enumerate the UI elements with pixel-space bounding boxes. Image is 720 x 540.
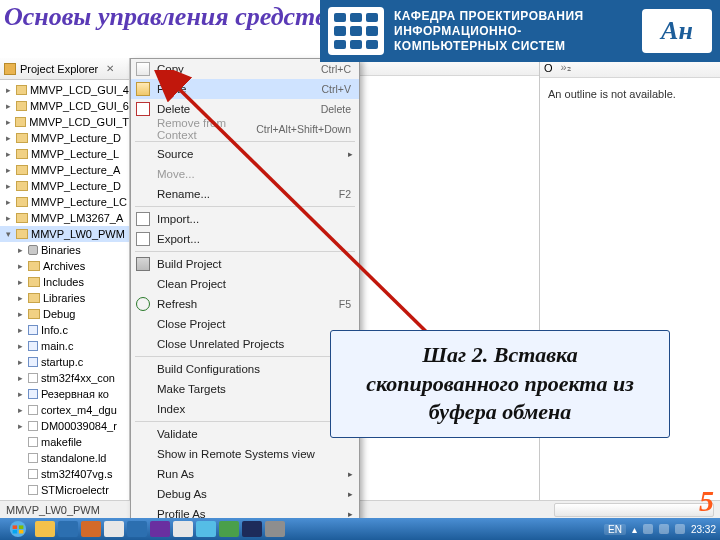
menu-item-label: Copy [157,63,184,75]
menu-item[interactable]: DeleteDelete [131,99,359,119]
twisty-icon[interactable]: ▾ [4,229,13,239]
tree-item[interactable]: ▸MMVP_LCD_GUI_6 [0,98,129,114]
twisty-icon[interactable]: ▸ [16,309,25,319]
twisty-icon[interactable]: ▸ [16,389,25,399]
menu-item[interactable]: Index [131,399,359,419]
twisty-icon[interactable]: ▸ [16,421,25,431]
tree-item[interactable]: ▸cortex_m4_dgu [0,402,129,418]
taskbar-app-icon[interactable] [127,521,147,537]
twisty-icon[interactable]: ▸ [4,149,13,159]
menu-item[interactable]: Make Targets [131,379,359,399]
tree-item[interactable]: ▸Debug [0,306,129,322]
tree-item[interactable]: ▸main.c [0,338,129,354]
tree-item[interactable]: ▾MMVP_LW0_PWM [0,226,129,242]
tree-item[interactable]: ▸MMVP_LM3267_A [0,210,129,226]
twisty-icon[interactable]: ▸ [4,197,13,207]
twisty-icon[interactable]: ▸ [16,357,25,367]
menu-item[interactable]: Close Unrelated Projects [131,334,359,354]
taskbar-app-icon[interactable] [81,521,101,537]
twisty-icon[interactable]: ▸ [16,373,25,383]
clock[interactable]: 23:32 [691,524,716,535]
tray-chevron-icon[interactable]: ▴ [632,524,637,535]
twisty-icon[interactable]: ▸ [4,165,13,175]
menu-item[interactable]: Rename...F2 [131,184,359,204]
menu-item[interactable]: RefreshF5 [131,294,359,314]
context-menu[interactable]: CopyCtrl+CPasteCtrl+VDeleteDeleteRemove … [130,58,360,540]
menu-item[interactable]: Debug As [131,484,359,504]
tree-item[interactable]: STMicroelectr [0,482,129,498]
menu-item-label: Import... [157,213,199,225]
tree-item[interactable]: ▸MMVP_Lecture_LC [0,194,129,210]
start-button[interactable] [4,518,32,540]
tree-item[interactable]: ▸Libraries [0,290,129,306]
menu-item[interactable]: Build Project [131,254,359,274]
tree-item[interactable]: ▸MMVP_Lecture_L [0,146,129,162]
system-tray[interactable]: EN ▴ 23:32 [604,524,716,535]
tree-item[interactable]: makefile [0,434,129,450]
twisty-icon[interactable]: ▸ [4,133,13,143]
twisty-icon[interactable]: ▸ [16,261,25,271]
tree-item[interactable]: ▸MMVP_LCD_GUI_4 [0,82,129,98]
menu-item[interactable]: CopyCtrl+C [131,59,359,79]
tree-item[interactable]: ▸MMVP_Lecture_A [0,162,129,178]
menu-item[interactable]: Import... [131,209,359,229]
tree-item[interactable]: ▸Includes [0,274,129,290]
tray-icon[interactable] [659,524,669,534]
tree-item[interactable]: stm32f407vg.s [0,466,129,482]
twisty-icon[interactable]: ▸ [16,325,25,335]
twisty-icon[interactable]: ▸ [16,293,25,303]
menu-item[interactable]: Show in Remote Systems view [131,444,359,464]
menu-item[interactable]: Export... [131,229,359,249]
menu-item[interactable]: Source [131,144,359,164]
tree-item[interactable]: ▸Резервная ко [0,386,129,402]
twisty-icon[interactable]: ▸ [4,101,13,111]
tree-item[interactable]: standalone.ld [0,450,129,466]
menu-item[interactable]: Build Configurations [131,359,359,379]
menu-item[interactable]: Run As [131,464,359,484]
twisty-icon[interactable]: ▸ [16,405,25,415]
tree-item[interactable]: ▸startup.c [0,354,129,370]
tree-item[interactable]: ▸DM00039084_r [0,418,129,434]
tray-icon[interactable] [643,524,653,534]
taskbar-app-icon[interactable] [58,521,78,537]
taskbar-app-icon[interactable] [265,521,285,537]
project-explorer-tab[interactable]: Project Explorer ✕ [0,58,129,80]
taskbar-app-icon[interactable] [242,521,262,537]
twisty-icon[interactable]: ▸ [16,341,25,351]
tree-item[interactable]: ▸Info.c [0,322,129,338]
tray-icon[interactable] [675,524,685,534]
twisty-icon[interactable]: ▸ [4,85,13,95]
outline-overflow[interactable]: »₂ [561,61,571,74]
twisty-icon[interactable]: ▸ [4,181,13,191]
twisty-icon[interactable]: ▸ [16,277,25,287]
twisty-icon[interactable]: ▸ [4,117,12,127]
folder-icon [28,277,40,287]
twisty-icon[interactable]: ▸ [16,245,25,255]
tree-item-label: MMVP_LCD_GUI_T [29,116,129,128]
language-indicator[interactable]: EN [604,524,626,535]
taskbar-app-icon[interactable] [219,521,239,537]
tree-item[interactable]: ▸MMVP_Lecture_D [0,130,129,146]
taskbar-app-icon[interactable] [196,521,216,537]
taskbar-app-icon[interactable] [35,521,55,537]
tree-item[interactable]: ▸Binaries [0,242,129,258]
menu-item[interactable]: Validate [131,424,359,444]
windows-taskbar[interactable]: EN ▴ 23:32 [0,518,720,540]
project-tree[interactable]: ▸MMVP_LCD_GUI_4▸MMVP_LCD_GUI_6▸MMVP_LCD_… [0,80,129,518]
twisty-icon[interactable]: ▸ [4,213,13,223]
taskbar-app-icon[interactable] [173,521,193,537]
taskbar-app-icon[interactable] [104,521,124,537]
menu-item[interactable]: PasteCtrl+V [131,79,359,99]
tree-item[interactable]: ▸Archives [0,258,129,274]
tree-item[interactable]: ▸MMVP_LCD_GUI_T [0,114,129,130]
folder-icon [16,165,28,175]
tree-item[interactable]: ▸MMVP_Lecture_D [0,178,129,194]
taskbar-app-icon[interactable] [150,521,170,537]
c-file-icon [28,389,38,399]
menu-shortcut: Ctrl+V [322,83,351,95]
tree-item[interactable]: ▸stm32f4xx_con [0,370,129,386]
close-icon[interactable]: ✕ [106,63,114,74]
menu-item[interactable]: Clean Project [131,274,359,294]
menu-item[interactable]: Close Project [131,314,359,334]
file-icon [28,485,38,495]
